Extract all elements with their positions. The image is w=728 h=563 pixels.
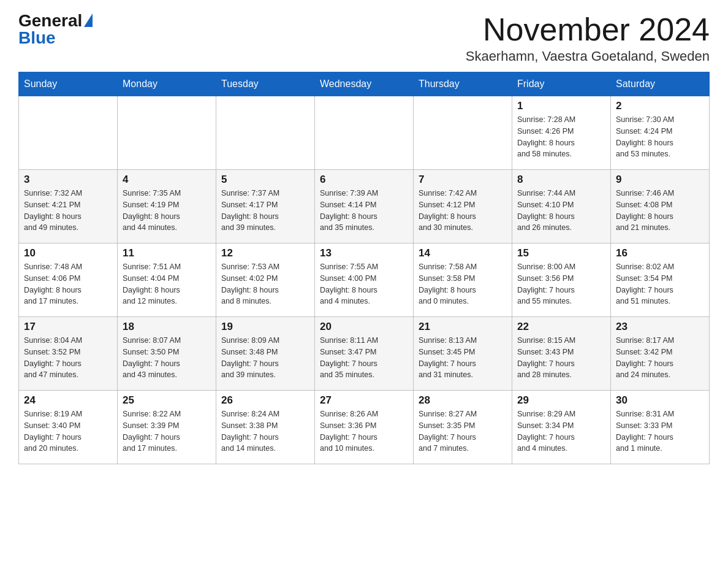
logo-blue-text: Blue	[18, 29, 56, 47]
calendar-cell: 25Sunrise: 8:22 AM Sunset: 3:39 PM Dayli…	[118, 391, 216, 464]
calendar-cell: 22Sunrise: 8:15 AM Sunset: 3:43 PM Dayli…	[512, 317, 611, 391]
day-info: Sunrise: 8:04 AM Sunset: 3:52 PM Dayligh…	[24, 335, 112, 381]
calendar-cell: 1Sunrise: 7:28 AM Sunset: 4:26 PM Daylig…	[512, 96, 611, 170]
day-number: 18	[123, 321, 211, 333]
day-info: Sunrise: 7:48 AM Sunset: 4:06 PM Dayligh…	[24, 261, 112, 307]
day-number: 24	[24, 394, 112, 407]
logo-triangle-icon	[84, 13, 93, 27]
calendar-cell: 28Sunrise: 8:27 AM Sunset: 3:35 PM Dayli…	[414, 391, 512, 464]
calendar-cell: 27Sunrise: 8:26 AM Sunset: 3:36 PM Dayli…	[315, 391, 414, 464]
day-number: 19	[221, 321, 309, 333]
calendar-cell	[414, 96, 512, 170]
day-info: Sunrise: 7:58 AM Sunset: 3:58 PM Dayligh…	[419, 261, 507, 307]
calendar-cell: 9Sunrise: 7:46 AM Sunset: 4:08 PM Daylig…	[611, 170, 710, 243]
calendar-cell	[19, 96, 118, 170]
calendar-week-3: 10Sunrise: 7:48 AM Sunset: 4:06 PM Dayli…	[19, 243, 710, 317]
calendar-cell: 30Sunrise: 8:31 AM Sunset: 3:33 PM Dayli…	[611, 391, 710, 464]
calendar-cell: 26Sunrise: 8:24 AM Sunset: 3:38 PM Dayli…	[216, 391, 315, 464]
day-number: 29	[517, 394, 605, 407]
day-number: 25	[123, 394, 211, 407]
day-number: 15	[517, 247, 605, 259]
calendar-cell: 8Sunrise: 7:44 AM Sunset: 4:10 PM Daylig…	[512, 170, 611, 243]
day-number: 6	[320, 174, 408, 186]
day-info: Sunrise: 8:11 AM Sunset: 3:47 PM Dayligh…	[320, 335, 408, 381]
calendar-cell: 15Sunrise: 8:00 AM Sunset: 3:56 PM Dayli…	[512, 243, 611, 317]
calendar-week-1: 1Sunrise: 7:28 AM Sunset: 4:26 PM Daylig…	[19, 96, 710, 170]
day-number: 1	[517, 100, 605, 112]
logo: General Blue	[18, 12, 93, 47]
calendar-cell: 16Sunrise: 8:02 AM Sunset: 3:54 PM Dayli…	[611, 243, 710, 317]
calendar-week-4: 17Sunrise: 8:04 AM Sunset: 3:52 PM Dayli…	[19, 317, 710, 391]
day-info: Sunrise: 8:24 AM Sunset: 3:38 PM Dayligh…	[221, 408, 309, 454]
calendar-cell: 6Sunrise: 7:39 AM Sunset: 4:14 PM Daylig…	[315, 170, 414, 243]
calendar-cell: 18Sunrise: 8:07 AM Sunset: 3:50 PM Dayli…	[118, 317, 216, 391]
calendar-header-thursday: Thursday	[414, 72, 512, 96]
day-info: Sunrise: 8:17 AM Sunset: 3:42 PM Dayligh…	[616, 335, 704, 381]
day-info: Sunrise: 7:37 AM Sunset: 4:17 PM Dayligh…	[221, 188, 309, 234]
day-number: 22	[517, 321, 605, 333]
day-number: 5	[221, 174, 309, 186]
day-number: 17	[24, 321, 112, 333]
day-number: 20	[320, 321, 408, 333]
day-info: Sunrise: 8:15 AM Sunset: 3:43 PM Dayligh…	[517, 335, 605, 381]
calendar-header-monday: Monday	[118, 72, 216, 96]
day-number: 28	[419, 394, 507, 407]
day-number: 8	[517, 174, 605, 186]
calendar-cell: 5Sunrise: 7:37 AM Sunset: 4:17 PM Daylig…	[216, 170, 315, 243]
calendar-cell: 29Sunrise: 8:29 AM Sunset: 3:34 PM Dayli…	[512, 391, 611, 464]
day-info: Sunrise: 7:44 AM Sunset: 4:10 PM Dayligh…	[517, 188, 605, 234]
calendar-cell: 17Sunrise: 8:04 AM Sunset: 3:52 PM Dayli…	[19, 317, 118, 391]
calendar-cell: 24Sunrise: 8:19 AM Sunset: 3:40 PM Dayli…	[19, 391, 118, 464]
day-number: 21	[419, 321, 507, 333]
calendar-header-saturday: Saturday	[611, 72, 710, 96]
calendar-header-row: SundayMondayTuesdayWednesdayThursdayFrid…	[19, 72, 710, 96]
day-number: 26	[221, 394, 309, 407]
calendar-cell: 13Sunrise: 7:55 AM Sunset: 4:00 PM Dayli…	[315, 243, 414, 317]
day-number: 9	[616, 174, 704, 186]
day-number: 23	[616, 321, 704, 333]
header: General Blue November 2024 Skaerhamn, Va…	[18, 12, 710, 64]
day-info: Sunrise: 7:35 AM Sunset: 4:19 PM Dayligh…	[123, 188, 211, 234]
calendar-cell: 19Sunrise: 8:09 AM Sunset: 3:48 PM Dayli…	[216, 317, 315, 391]
calendar-cell: 4Sunrise: 7:35 AM Sunset: 4:19 PM Daylig…	[118, 170, 216, 243]
calendar-cell: 10Sunrise: 7:48 AM Sunset: 4:06 PM Dayli…	[19, 243, 118, 317]
title-area: November 2024 Skaerhamn, Vaestra Goetala…	[466, 12, 710, 64]
day-info: Sunrise: 7:51 AM Sunset: 4:04 PM Dayligh…	[123, 261, 211, 307]
day-info: Sunrise: 8:27 AM Sunset: 3:35 PM Dayligh…	[419, 408, 507, 454]
calendar-table: SundayMondayTuesdayWednesdayThursdayFrid…	[18, 72, 710, 464]
day-info: Sunrise: 8:02 AM Sunset: 3:54 PM Dayligh…	[616, 261, 704, 307]
calendar-cell	[216, 96, 315, 170]
calendar-header-wednesday: Wednesday	[315, 72, 414, 96]
day-info: Sunrise: 7:39 AM Sunset: 4:14 PM Dayligh…	[320, 188, 408, 234]
calendar-cell: 3Sunrise: 7:32 AM Sunset: 4:21 PM Daylig…	[19, 170, 118, 243]
day-info: Sunrise: 8:31 AM Sunset: 3:33 PM Dayligh…	[616, 408, 704, 454]
day-info: Sunrise: 7:42 AM Sunset: 4:12 PM Dayligh…	[419, 188, 507, 234]
day-number: 27	[320, 394, 408, 407]
calendar-cell: 21Sunrise: 8:13 AM Sunset: 3:45 PM Dayli…	[414, 317, 512, 391]
day-info: Sunrise: 7:53 AM Sunset: 4:02 PM Dayligh…	[221, 261, 309, 307]
calendar-week-5: 24Sunrise: 8:19 AM Sunset: 3:40 PM Dayli…	[19, 391, 710, 464]
day-number: 13	[320, 247, 408, 259]
calendar-header-sunday: Sunday	[19, 72, 118, 96]
day-info: Sunrise: 7:46 AM Sunset: 4:08 PM Dayligh…	[616, 188, 704, 234]
calendar-cell: 7Sunrise: 7:42 AM Sunset: 4:12 PM Daylig…	[414, 170, 512, 243]
calendar-cell: 11Sunrise: 7:51 AM Sunset: 4:04 PM Dayli…	[118, 243, 216, 317]
day-info: Sunrise: 8:22 AM Sunset: 3:39 PM Dayligh…	[123, 408, 211, 454]
calendar-header-friday: Friday	[512, 72, 611, 96]
day-number: 3	[24, 174, 112, 186]
day-number: 10	[24, 247, 112, 259]
calendar-cell	[118, 96, 216, 170]
calendar-cell: 20Sunrise: 8:11 AM Sunset: 3:47 PM Dayli…	[315, 317, 414, 391]
day-number: 16	[616, 247, 704, 259]
day-info: Sunrise: 8:26 AM Sunset: 3:36 PM Dayligh…	[320, 408, 408, 454]
day-info: Sunrise: 7:28 AM Sunset: 4:26 PM Dayligh…	[517, 114, 605, 160]
day-info: Sunrise: 8:13 AM Sunset: 3:45 PM Dayligh…	[419, 335, 507, 381]
calendar-cell: 23Sunrise: 8:17 AM Sunset: 3:42 PM Dayli…	[611, 317, 710, 391]
day-number: 2	[616, 100, 704, 112]
day-info: Sunrise: 7:32 AM Sunset: 4:21 PM Dayligh…	[24, 188, 112, 234]
day-info: Sunrise: 8:07 AM Sunset: 3:50 PM Dayligh…	[123, 335, 211, 381]
calendar-header-tuesday: Tuesday	[216, 72, 315, 96]
calendar-cell: 2Sunrise: 7:30 AM Sunset: 4:24 PM Daylig…	[611, 96, 710, 170]
calendar-cell: 14Sunrise: 7:58 AM Sunset: 3:58 PM Dayli…	[414, 243, 512, 317]
logo-general-text: General	[18, 12, 82, 29]
